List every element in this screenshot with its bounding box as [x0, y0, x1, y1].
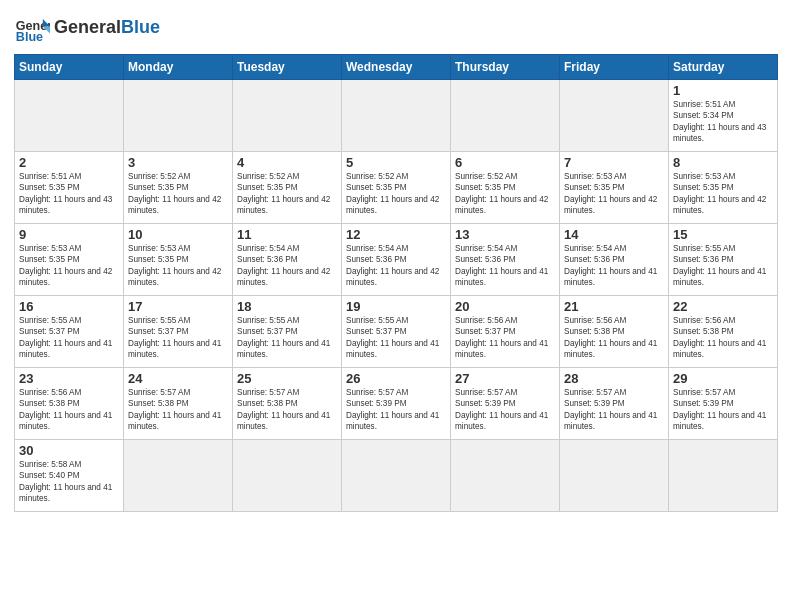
calendar-cell: 19Sunrise: 5:55 AMSunset: 5:37 PMDayligh… [342, 296, 451, 368]
weekday-header-friday: Friday [560, 55, 669, 80]
calendar-cell [560, 440, 669, 512]
logo-text: GeneralBlue [54, 18, 160, 38]
day-info: Sunrise: 5:51 AMSunset: 5:34 PMDaylight:… [673, 99, 773, 145]
calendar-cell: 25Sunrise: 5:57 AMSunset: 5:38 PMDayligh… [233, 368, 342, 440]
svg-text:Blue: Blue [16, 30, 43, 44]
day-info: Sunrise: 5:54 AMSunset: 5:36 PMDaylight:… [564, 243, 664, 289]
day-number: 22 [673, 299, 773, 314]
calendar-cell: 14Sunrise: 5:54 AMSunset: 5:36 PMDayligh… [560, 224, 669, 296]
day-number: 18 [237, 299, 337, 314]
day-number: 4 [237, 155, 337, 170]
calendar-cell: 22Sunrise: 5:56 AMSunset: 5:38 PMDayligh… [669, 296, 778, 368]
day-info: Sunrise: 5:51 AMSunset: 5:35 PMDaylight:… [19, 171, 119, 217]
calendar: SundayMondayTuesdayWednesdayThursdayFrid… [14, 54, 778, 512]
day-number: 30 [19, 443, 119, 458]
day-info: Sunrise: 5:53 AMSunset: 5:35 PMDaylight:… [128, 243, 228, 289]
header: General Blue GeneralBlue [14, 10, 778, 46]
calendar-cell: 7Sunrise: 5:53 AMSunset: 5:35 PMDaylight… [560, 152, 669, 224]
calendar-cell: 16Sunrise: 5:55 AMSunset: 5:37 PMDayligh… [15, 296, 124, 368]
day-info: Sunrise: 5:55 AMSunset: 5:37 PMDaylight:… [128, 315, 228, 361]
calendar-cell: 8Sunrise: 5:53 AMSunset: 5:35 PMDaylight… [669, 152, 778, 224]
day-number: 28 [564, 371, 664, 386]
day-info: Sunrise: 5:57 AMSunset: 5:39 PMDaylight:… [673, 387, 773, 433]
day-number: 9 [19, 227, 119, 242]
day-info: Sunrise: 5:57 AMSunset: 5:38 PMDaylight:… [237, 387, 337, 433]
logo-icon: General Blue [14, 10, 50, 46]
calendar-cell [124, 80, 233, 152]
weekday-header-saturday: Saturday [669, 55, 778, 80]
day-number: 17 [128, 299, 228, 314]
calendar-cell [124, 440, 233, 512]
day-number: 13 [455, 227, 555, 242]
day-info: Sunrise: 5:55 AMSunset: 5:37 PMDaylight:… [19, 315, 119, 361]
calendar-cell: 18Sunrise: 5:55 AMSunset: 5:37 PMDayligh… [233, 296, 342, 368]
calendar-cell: 21Sunrise: 5:56 AMSunset: 5:38 PMDayligh… [560, 296, 669, 368]
day-info: Sunrise: 5:52 AMSunset: 5:35 PMDaylight:… [128, 171, 228, 217]
day-info: Sunrise: 5:57 AMSunset: 5:39 PMDaylight:… [564, 387, 664, 433]
calendar-cell: 13Sunrise: 5:54 AMSunset: 5:36 PMDayligh… [451, 224, 560, 296]
day-number: 26 [346, 371, 446, 386]
calendar-cell: 11Sunrise: 5:54 AMSunset: 5:36 PMDayligh… [233, 224, 342, 296]
calendar-cell: 28Sunrise: 5:57 AMSunset: 5:39 PMDayligh… [560, 368, 669, 440]
calendar-cell: 4Sunrise: 5:52 AMSunset: 5:35 PMDaylight… [233, 152, 342, 224]
day-number: 20 [455, 299, 555, 314]
day-info: Sunrise: 5:57 AMSunset: 5:38 PMDaylight:… [128, 387, 228, 433]
day-number: 6 [455, 155, 555, 170]
day-number: 21 [564, 299, 664, 314]
day-info: Sunrise: 5:56 AMSunset: 5:38 PMDaylight:… [564, 315, 664, 361]
calendar-cell: 17Sunrise: 5:55 AMSunset: 5:37 PMDayligh… [124, 296, 233, 368]
calendar-cell: 20Sunrise: 5:56 AMSunset: 5:37 PMDayligh… [451, 296, 560, 368]
weekday-header-sunday: Sunday [15, 55, 124, 80]
day-info: Sunrise: 5:53 AMSunset: 5:35 PMDaylight:… [19, 243, 119, 289]
day-info: Sunrise: 5:53 AMSunset: 5:35 PMDaylight:… [673, 171, 773, 217]
day-number: 15 [673, 227, 773, 242]
day-number: 12 [346, 227, 446, 242]
weekday-header-monday: Monday [124, 55, 233, 80]
calendar-cell [669, 440, 778, 512]
day-info: Sunrise: 5:52 AMSunset: 5:35 PMDaylight:… [455, 171, 555, 217]
day-info: Sunrise: 5:56 AMSunset: 5:38 PMDaylight:… [19, 387, 119, 433]
calendar-cell [342, 80, 451, 152]
day-info: Sunrise: 5:52 AMSunset: 5:35 PMDaylight:… [346, 171, 446, 217]
day-info: Sunrise: 5:55 AMSunset: 5:36 PMDaylight:… [673, 243, 773, 289]
calendar-cell [233, 80, 342, 152]
calendar-cell [560, 80, 669, 152]
calendar-cell [15, 80, 124, 152]
weekday-header-thursday: Thursday [451, 55, 560, 80]
day-info: Sunrise: 5:53 AMSunset: 5:35 PMDaylight:… [564, 171, 664, 217]
day-info: Sunrise: 5:57 AMSunset: 5:39 PMDaylight:… [455, 387, 555, 433]
calendar-cell: 2Sunrise: 5:51 AMSunset: 5:35 PMDaylight… [15, 152, 124, 224]
calendar-cell [342, 440, 451, 512]
day-number: 10 [128, 227, 228, 242]
day-number: 27 [455, 371, 555, 386]
day-info: Sunrise: 5:54 AMSunset: 5:36 PMDaylight:… [346, 243, 446, 289]
day-info: Sunrise: 5:55 AMSunset: 5:37 PMDaylight:… [237, 315, 337, 361]
day-number: 24 [128, 371, 228, 386]
day-number: 3 [128, 155, 228, 170]
day-number: 11 [237, 227, 337, 242]
day-number: 19 [346, 299, 446, 314]
day-number: 25 [237, 371, 337, 386]
day-info: Sunrise: 5:55 AMSunset: 5:37 PMDaylight:… [346, 315, 446, 361]
day-number: 29 [673, 371, 773, 386]
day-info: Sunrise: 5:54 AMSunset: 5:36 PMDaylight:… [237, 243, 337, 289]
calendar-cell [451, 440, 560, 512]
calendar-cell: 23Sunrise: 5:56 AMSunset: 5:38 PMDayligh… [15, 368, 124, 440]
logo: General Blue GeneralBlue [14, 10, 160, 46]
day-info: Sunrise: 5:57 AMSunset: 5:39 PMDaylight:… [346, 387, 446, 433]
calendar-cell: 3Sunrise: 5:52 AMSunset: 5:35 PMDaylight… [124, 152, 233, 224]
calendar-cell: 30Sunrise: 5:58 AMSunset: 5:40 PMDayligh… [15, 440, 124, 512]
calendar-cell: 15Sunrise: 5:55 AMSunset: 5:36 PMDayligh… [669, 224, 778, 296]
day-info: Sunrise: 5:56 AMSunset: 5:38 PMDaylight:… [673, 315, 773, 361]
day-number: 7 [564, 155, 664, 170]
calendar-cell: 6Sunrise: 5:52 AMSunset: 5:35 PMDaylight… [451, 152, 560, 224]
day-number: 23 [19, 371, 119, 386]
calendar-cell: 26Sunrise: 5:57 AMSunset: 5:39 PMDayligh… [342, 368, 451, 440]
day-number: 8 [673, 155, 773, 170]
page: General Blue GeneralBlue SundayMondayTue… [0, 0, 792, 612]
day-number: 16 [19, 299, 119, 314]
day-number: 1 [673, 83, 773, 98]
calendar-cell: 9Sunrise: 5:53 AMSunset: 5:35 PMDaylight… [15, 224, 124, 296]
weekday-header-wednesday: Wednesday [342, 55, 451, 80]
calendar-cell: 27Sunrise: 5:57 AMSunset: 5:39 PMDayligh… [451, 368, 560, 440]
